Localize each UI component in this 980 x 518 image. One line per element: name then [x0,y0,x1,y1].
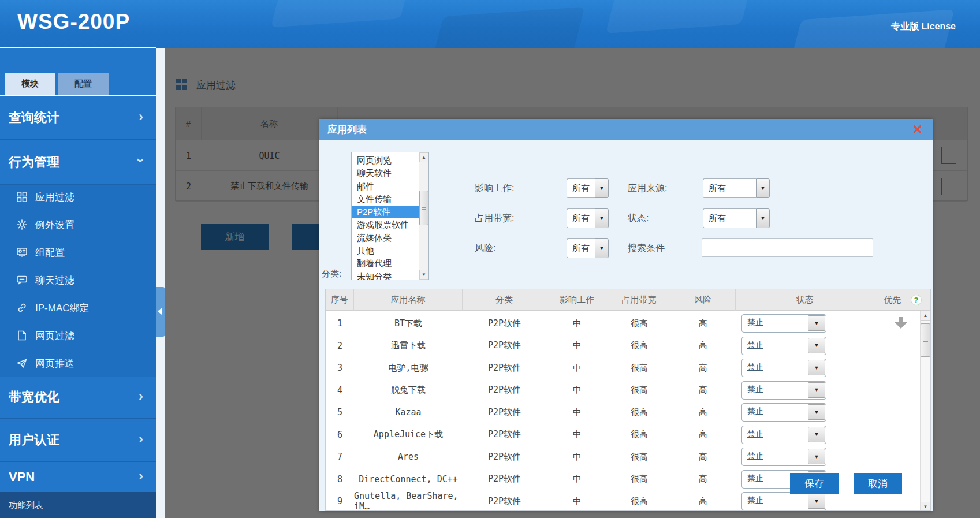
status-select[interactable]: 禁止▼ [741,381,826,400]
category-option-邮件[interactable]: 邮件 [352,180,428,193]
chevron-down-icon[interactable]: ▼ [808,404,825,420]
table-row: 3电驴,电骡P2P软件中很高高禁止▼ [326,357,921,379]
close-icon[interactable]: × [913,119,922,140]
status-select[interactable]: 禁止▼ [741,426,826,444]
table-row: 2迅雷下载P2P软件中很高高禁止▼ [326,335,921,357]
scroll-down-icon[interactable]: ▼ [419,270,428,280]
grid-icon [16,191,28,203]
sidebar-gutter [156,48,165,518]
sidebar-collapse-handle[interactable] [156,287,165,337]
header-priority: 优先 [874,289,911,311]
chevron-down-icon[interactable]: ▼ [808,360,825,375]
idcard-icon [16,247,28,258]
application-table: 序号 应用名称 分类 影响工作 占用带宽 风险 状态 优先 ? 1BT下载P2P… [325,289,931,511]
sidebar-submenu: 应用过滤例外设置组配置聊天过滤IP-MAC绑定网页过滤网页推送 [0,185,156,377]
sidebar-item-IP-MAC绑定[interactable]: IP-MAC绑定 [0,294,156,322]
status-select[interactable]: 禁止▼ [741,314,826,333]
dialog-title: 应用列表 [327,123,367,136]
table-row: 7AresP2P软件中很高高禁止▼ [326,446,921,468]
header-impact: 影响工作 [546,289,608,311]
scrollbar-thumb[interactable] [419,191,428,225]
search-input[interactable] [702,238,873,257]
category-option-文件传输[interactable]: 文件传输 [352,193,428,206]
status-select[interactable]: 禁止▼ [741,337,826,355]
scroll-up-icon[interactable]: ▲ [419,152,428,162]
sidebar-item-例外设置[interactable]: 例外设置 [0,211,156,238]
category-option-流媒体类[interactable]: 流媒体类 [352,232,428,244]
risk-filter-select[interactable]: 所有▼ [567,238,609,258]
save-button[interactable]: 保存 [790,473,839,494]
send-icon [16,357,28,369]
table-row: 4脱兔下载P2P软件中很高高禁止▼ [326,379,921,402]
sidebar-section-bandwidth[interactable]: 带宽优化 › [0,377,156,419]
table-row: 1BT下载P2P软件中很高高禁止▼ [326,312,921,335]
chevron-down-icon[interactable]: ▼ [808,338,825,353]
help-icon[interactable]: ? [911,295,922,305]
priority-download-icon[interactable] [895,317,907,330]
sidebar-section-user-auth[interactable]: 用户认证 › [0,419,156,462]
chevron-down-icon: ▼ [595,178,609,198]
search-label: 搜索条件 [628,243,665,255]
tab-modules[interactable]: 模块 [5,73,55,95]
source-filter-label: 应用来源: [628,182,667,195]
sidebar-item-组配置[interactable]: 组配置 [0,238,156,266]
status-select[interactable]: 禁止▼ [741,448,826,466]
status-filter-select[interactable]: 所有▼ [703,208,770,228]
status-select[interactable]: 禁止▼ [741,492,826,510]
risk-filter-label: 风险: [475,243,495,255]
sidebar-item-网页过滤[interactable]: 网页过滤 [0,322,156,349]
chevron-down-icon: ▼ [595,208,609,228]
sidebar-item-应用过滤[interactable]: 应用过滤 [0,183,156,211]
sidebar: 模块 配置 查询统计 › 行为管理 › 应用过滤例外设置组配置聊天过滤IP-MA… [0,47,156,518]
impact-filter-select[interactable]: 所有▼ [567,178,609,198]
header-risk: 风险 [670,289,736,311]
scroll-down-icon[interactable]: ▼ [921,502,930,511]
table-row: 6AppleJuice下载P2P软件中很高高禁止▼ [326,424,921,446]
status-filter-label: 状态: [628,213,649,225]
chevron-down-icon[interactable]: ▼ [808,449,825,464]
sidebar-item-网页推送[interactable]: 网页推送 [0,349,156,377]
gear-icon [16,219,28,230]
chat-icon [16,274,28,286]
header-name: 应用名称 [354,289,463,311]
scroll-up-icon[interactable]: ▲ [921,311,930,321]
scrollbar-thumb[interactable] [921,323,930,357]
bandwidth-filter-select[interactable]: 所有▼ [567,208,609,228]
chevron-down-icon[interactable]: ▼ [808,493,825,509]
category-option-翻墙代理[interactable]: 翻墙代理 [352,257,428,270]
cancel-button[interactable]: 取消 [854,473,902,494]
top-header: WSG-200P 专业版 License [0,0,980,48]
header-category: 分类 [463,289,546,311]
sidebar-section-vpn[interactable]: VPN › [0,462,156,492]
category-option-未知分类[interactable]: 未知分类 [352,270,428,280]
status-select[interactable]: 禁止▼ [741,359,826,377]
sidebar-section-query-stats[interactable]: 查询统计 › [0,96,156,140]
sidebar-section-behavior-mgmt[interactable]: 行为管理 › [0,140,156,185]
category-listbox[interactable]: 网页浏览聊天软件邮件文件传输P2P软件游戏股票软件流媒体类其他翻墙代理未知分类 … [351,152,429,280]
bandwidth-filter-label: 占用带宽: [475,213,514,225]
chevron-down-icon[interactable]: ▼ [808,315,825,331]
listbox-scrollbar[interactable]: ▲ ▼ [419,152,428,280]
chevron-down-icon[interactable]: ▼ [808,382,825,398]
app-logo: WSG-200P [17,10,130,34]
category-option-其他[interactable]: 其他 [352,244,428,257]
sidebar-footer-function-list[interactable]: 功能列表 [0,492,156,518]
tab-config[interactable]: 配置 [58,73,109,95]
table-row: 5KazaaP2P软件中很高高禁止▼ [326,401,921,424]
sidebar-item-聊天过滤[interactable]: 聊天过滤 [0,266,156,294]
app-window: 应用过滤 # 名称 1QUIC2禁止下载和文件传输 新增 WSG-200P 专业… [0,0,980,518]
table-scrollbar[interactable]: ▲ ▼ [920,311,930,511]
link-icon [16,302,28,314]
table-header-row: 序号 应用名称 分类 影响工作 占用带宽 风险 状态 优先 ? [326,289,930,311]
source-filter-select[interactable]: 所有▼ [703,178,770,198]
category-option-P2P软件[interactable]: P2P软件 [352,206,428,218]
category-option-网页浏览[interactable]: 网页浏览 [352,154,428,167]
status-select[interactable]: 禁止▼ [741,403,826,422]
category-option-游戏股票软件[interactable]: 游戏股票软件 [352,218,428,231]
header-no: 序号 [326,289,354,311]
impact-filter-label: 影响工作: [475,182,514,195]
category-option-聊天软件[interactable]: 聊天软件 [352,167,428,180]
chevron-down-icon[interactable]: ▼ [808,427,825,442]
collapse-arrow-icon [158,308,162,315]
header-status: 状态 [736,289,874,311]
